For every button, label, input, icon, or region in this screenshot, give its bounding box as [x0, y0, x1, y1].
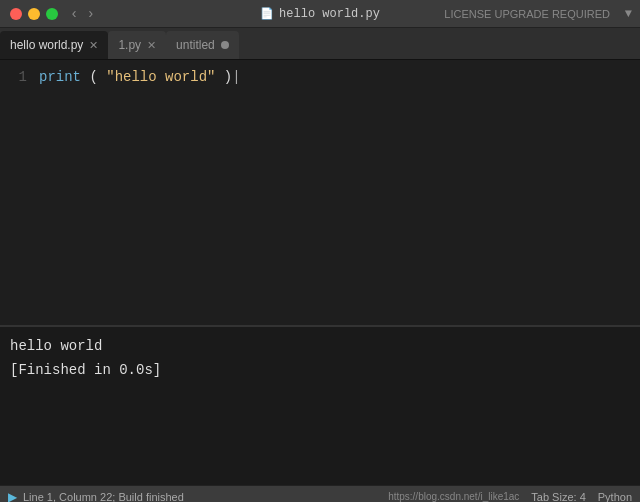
tab-bar: hello world.py ✕ 1.py ✕ untitled: [0, 28, 640, 60]
line-number: 1: [0, 66, 27, 88]
tab-hello-world[interactable]: hello world.py ✕: [0, 31, 108, 59]
paren-close: ): [224, 69, 232, 85]
tab-label: untitled: [176, 38, 215, 52]
tab-label: 1.py: [118, 38, 141, 52]
paren-open: (: [89, 69, 97, 85]
tab-untitled[interactable]: untitled: [166, 31, 239, 59]
output-line-2: [Finished in 0.0s]: [10, 359, 630, 383]
line-numbers: 1: [0, 60, 35, 325]
title-bar: ‹ › 📄 hello world.py LICENSE UPGRADE REQ…: [0, 0, 640, 28]
status-right: https://blog.csdn.net/i_like1ac Tab Size…: [388, 491, 632, 503]
tab-close-icon[interactable]: ✕: [89, 40, 98, 51]
file-icon: 📄: [260, 7, 274, 20]
output-panel: hello world [Finished in 0.0s]: [0, 325, 640, 485]
title-nav: ‹ ›: [68, 6, 97, 22]
tab-close-icon[interactable]: ✕: [147, 40, 156, 51]
maximize-button[interactable]: [46, 8, 58, 20]
language[interactable]: Python: [598, 491, 632, 503]
tab-size[interactable]: Tab Size: 4: [531, 491, 585, 503]
keyword-print: print: [39, 69, 81, 85]
nav-forward-arrow[interactable]: ›: [84, 6, 96, 22]
status-bar: ▶ Line 1, Column 22; Build finished http…: [0, 485, 640, 502]
code-content[interactable]: print ( "hello world" ): [35, 60, 640, 325]
code-line-1: print ( "hello world" ): [39, 66, 640, 88]
close-button[interactable]: [10, 8, 22, 20]
status-left: ▶ Line 1, Column 22; Build finished: [8, 490, 184, 503]
string-value: "hello world": [106, 69, 215, 85]
title-bar-center: 📄 hello world.py: [260, 7, 380, 21]
title-filename: hello world.py: [279, 7, 380, 21]
tab-label: hello world.py: [10, 38, 83, 52]
cursor: [232, 69, 240, 85]
minimize-button[interactable]: [28, 8, 40, 20]
status-icon: ▶: [8, 490, 17, 503]
status-url[interactable]: https://blog.csdn.net/i_like1ac: [388, 491, 519, 502]
license-text[interactable]: LICENSE UPGRADE REQUIRED: [444, 8, 610, 20]
output-line-1: hello world: [10, 335, 630, 359]
nav-back-arrow[interactable]: ‹: [68, 6, 80, 22]
status-position: Line 1, Column 22; Build finished: [23, 491, 184, 503]
dropdown-arrow-icon[interactable]: ▼: [625, 7, 632, 21]
tab-1py[interactable]: 1.py ✕: [108, 31, 166, 59]
tab-dot-icon: [221, 41, 229, 49]
window-controls: [0, 8, 58, 20]
editor-area[interactable]: 1 print ( "hello world" ): [0, 60, 640, 325]
